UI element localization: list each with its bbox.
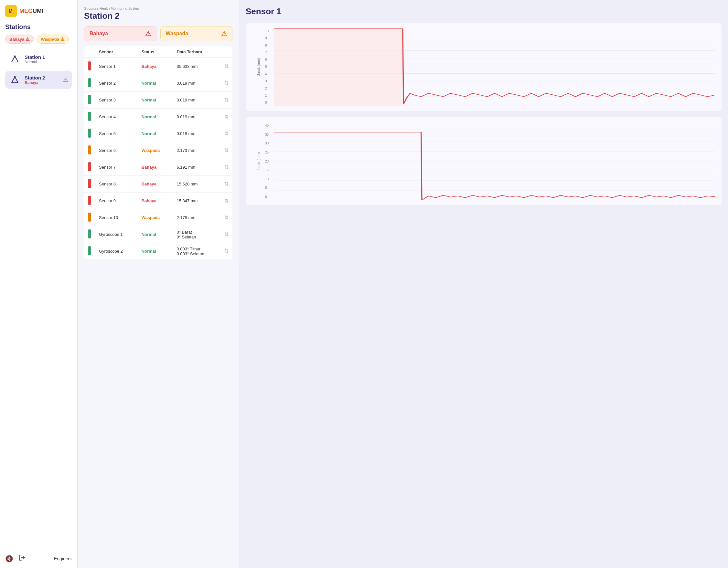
y1-tick-10: 10 [265, 29, 274, 33]
y1-tick-2: 2 [265, 87, 274, 90]
table-row: Sensor 2 Normal 0.019 mm ⇅ [84, 75, 232, 92]
row-filter[interactable]: ⇅ [220, 75, 232, 92]
station2-icon [9, 74, 21, 86]
sensor-dot [88, 162, 91, 171]
row-filter[interactable]: ⇅ [220, 209, 232, 226]
station1-info: Station 1 Normal [25, 54, 68, 64]
y2-tick-35: 35 [265, 133, 274, 136]
chart1-svg [274, 28, 715, 106]
row-data: 15.620 mm [173, 176, 220, 193]
filter-icon[interactable]: ⇅ [224, 148, 229, 153]
row-filter[interactable]: ⇅ [220, 226, 232, 243]
filter-icon[interactable]: ⇅ [224, 97, 229, 103]
row-data: 2.178 mm [173, 209, 220, 226]
row-sensor-name: Gyroscope 2 [95, 243, 138, 260]
row-status: Normal [138, 75, 173, 92]
row-filter[interactable]: ⇅ [220, 58, 232, 75]
row-sensor-name: Sensor 10 [95, 209, 138, 226]
chart1-container: Jarak (mm) 10 9 8 7 6 5 4 3 2 1 0 [246, 23, 722, 111]
row-data: 15.847 mm [173, 193, 220, 209]
row-dot-cell [84, 193, 95, 209]
row-filter[interactable]: ⇅ [220, 176, 232, 193]
badge-warning[interactable]: Waspada ⚠ [37, 35, 69, 44]
panel-title: Station 2 [84, 11, 232, 21]
filter-icon[interactable]: ⇅ [224, 64, 229, 69]
row-dot-cell [84, 142, 95, 159]
danger-triangle-icon: ⚠ [26, 37, 30, 42]
sensor-panel: Structure Health Monitoring System Stati… [78, 0, 239, 568]
y1-tick-5: 5 [265, 65, 274, 69]
chart2-svg-wrapper [274, 123, 715, 200]
row-filter[interactable]: ⇅ [220, 125, 232, 142]
table-row: Sensor 10 Waspada 2.178 mm ⇅ [84, 209, 232, 226]
row-filter[interactable]: ⇅ [220, 142, 232, 159]
y2-tick-25: 25 [265, 151, 274, 154]
filter-icon[interactable]: ⇅ [224, 114, 229, 120]
svg-point-4 [14, 76, 16, 78]
row-status: Waspada [138, 142, 173, 159]
y2-tick-30: 30 [265, 142, 274, 145]
row-status: Waspada [138, 209, 173, 226]
row-filter[interactable]: ⇅ [220, 92, 232, 109]
station2-status: Bahaya [25, 80, 59, 85]
station2-info: Station 2 Bahaya [25, 75, 59, 85]
table-row: Sensor 8 Bahaya 15.620 mm ⇅ [84, 176, 232, 193]
y2-tick-5: 5 [265, 186, 274, 190]
chart2-y-label: Jarak (mm) [257, 152, 261, 170]
filter-icon[interactable]: ⇅ [224, 165, 229, 170]
table-row: Sensor 3 Normal 0.019 mm ⇅ [84, 92, 232, 109]
table-row: Sensor 7 Bahaya 6.191 mm ⇅ [84, 159, 232, 176]
sidebar-header: M MEGUMI [5, 5, 72, 17]
row-data: 0° Barat0° Selatan [173, 226, 220, 243]
chart1-y-label: Jarak (mm) [257, 58, 261, 76]
status-badges: Bahaya ⚠ Waspada ⚠ [5, 35, 72, 44]
row-dot-cell [84, 109, 95, 125]
row-sensor-name: Sensor 7 [95, 159, 138, 176]
sidebar: M MEGUMI Stations Bahaya ⚠ Waspada ⚠ Sta… [0, 0, 78, 568]
col-filter [220, 46, 232, 58]
logo-text: MEGUMI [19, 8, 43, 15]
row-status: Bahaya [138, 176, 173, 193]
station2-danger-icon: ⚠ [63, 76, 68, 83]
chart2-container: Jarak (mm) 40 35 30 25 20 15 10 5 0 [246, 117, 722, 205]
station2-name: Station 2 [25, 75, 59, 80]
row-sensor-name: Sensor 9 [95, 193, 138, 209]
row-dot-cell [84, 159, 95, 176]
row-status: Normal [138, 125, 173, 142]
row-filter[interactable]: ⇅ [220, 109, 232, 125]
row-filter[interactable]: ⇅ [220, 159, 232, 176]
sensor-dot [88, 246, 91, 255]
filter-icon[interactable]: ⇅ [224, 181, 229, 187]
badge-danger[interactable]: Bahaya ⚠ [5, 35, 34, 44]
table-row: Sensor 4 Normal 0.019 mm ⇅ [84, 109, 232, 125]
row-filter[interactable]: ⇅ [220, 243, 232, 260]
logo-icon: M [7, 7, 15, 15]
sensor-dot [88, 196, 91, 205]
sensor-dot [88, 145, 91, 155]
filter-icon[interactable]: ⇅ [224, 232, 229, 237]
y2-tick-10: 10 [265, 177, 274, 181]
table-row: Gyroscope 2 Normal 0.003° Timur0.003° Se… [84, 243, 232, 260]
sensor-dot [88, 213, 91, 222]
mute-icon[interactable]: 🔇 [5, 555, 13, 563]
row-sensor-name: Sensor 5 [95, 125, 138, 142]
row-data: 0.003° Timur0.003° Selatan [173, 243, 220, 260]
y2-tick-20: 20 [265, 160, 274, 163]
y1-tick-1: 1 [265, 94, 274, 97]
sensor-dot [88, 112, 91, 121]
filter-icon[interactable]: ⇅ [224, 80, 229, 86]
row-data: 0.019 mm [173, 125, 220, 142]
filter-icon[interactable]: ⇅ [224, 249, 229, 254]
filter-icon[interactable]: ⇅ [224, 198, 229, 204]
filter-icon[interactable]: ⇅ [224, 215, 229, 220]
row-status: Normal [138, 109, 173, 125]
row-filter[interactable]: ⇅ [220, 193, 232, 209]
sidebar-item-station2[interactable]: Station 2 Bahaya ⚠ [5, 71, 72, 89]
alert-warning-icon: ⚠ [221, 30, 227, 38]
sidebar-item-station1[interactable]: Station 1 Normal [5, 50, 72, 68]
logout-icon[interactable] [18, 554, 26, 563]
table-row: Gyroscope 1 Normal 0° Barat0° Selatan ⇅ [84, 226, 232, 243]
row-sensor-name: Gyroscope 1 [95, 226, 138, 243]
filter-icon[interactable]: ⇅ [224, 131, 229, 136]
table-row: Sensor 9 Bahaya 15.847 mm ⇅ [84, 193, 232, 209]
